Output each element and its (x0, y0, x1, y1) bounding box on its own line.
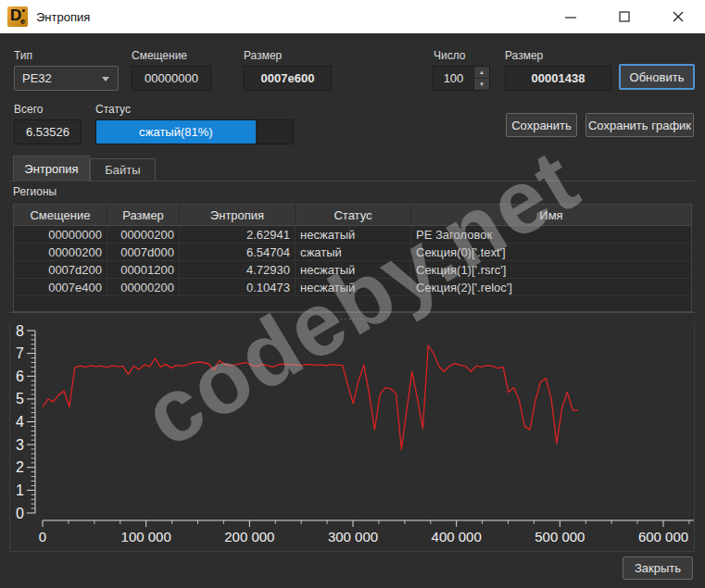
svg-text:2: 2 (16, 459, 24, 475)
maximize-button[interactable] (598, 0, 651, 33)
column-header[interactable]: Размер (107, 205, 180, 225)
offset-field[interactable] (132, 66, 211, 91)
table-cell: 00001200 (107, 261, 180, 278)
table-row[interactable]: 00000000000002002.62941несжатыйPE Заголо… (14, 226, 691, 244)
entropy-chart-box: 0123456780100 000200 000300 000400 00050… (9, 322, 695, 552)
type-label: Тип (14, 49, 32, 62)
table-row[interactable]: 0007e400000002000.10473несжатыйСекция(2)… (14, 279, 691, 296)
column-header[interactable]: Смещение (14, 205, 107, 225)
tab-bytes[interactable]: Байты (90, 158, 156, 181)
offset-label: Смещение (132, 49, 187, 62)
table-cell: 00000000 (14, 226, 107, 243)
table-cell: Секция(0)['.text'] (411, 244, 691, 260)
status-progress-fill: сжатый(81%) (96, 120, 256, 144)
column-header[interactable]: Энтропия (180, 205, 296, 225)
svg-text:3: 3 (16, 437, 24, 453)
table-cell: 0007d000 (107, 244, 180, 260)
table-cell: 6.54704 (180, 244, 296, 260)
svg-text:200 000: 200 000 (224, 529, 274, 544)
table-cell: несжатый (296, 279, 411, 295)
size2-label: Размер (505, 49, 543, 62)
save-graph-button[interactable]: Сохранить график (585, 113, 694, 137)
entropy-window: D e Энтропия Тип PE32 Смещение Размер Чи… (0, 0, 705, 588)
regions-table-header[interactable]: СмещениеРазмерЭнтропияСтатусИмя (14, 205, 691, 226)
app-icon-letter-small: e (20, 17, 25, 26)
table-cell: 0007e400 (14, 279, 107, 295)
count-spinner[interactable]: ▲ ▼ (433, 66, 490, 91)
table-cell: 00000200 (107, 279, 180, 295)
type-select[interactable]: PE32 (14, 66, 119, 91)
regions-group-title: Регионы (13, 185, 57, 198)
size2-field[interactable] (505, 66, 611, 91)
close-window-button[interactable] (651, 0, 705, 33)
table-cell: несжатый (296, 226, 411, 243)
table-cell: 00000200 (14, 244, 107, 260)
svg-text:300 000: 300 000 (328, 529, 378, 544)
count-label: Число (434, 49, 466, 62)
app-icon-dot (22, 9, 25, 12)
regions-table: СмещениеРазмерЭнтропияСтатусИмя 00000000… (13, 204, 692, 312)
spin-down-button[interactable]: ▼ (474, 79, 489, 90)
table-cell: 0.10473 (180, 279, 296, 295)
column-header[interactable]: Статус (296, 205, 411, 225)
tab-entropy[interactable]: Энтропия (13, 156, 90, 181)
table-cell: сжатый (296, 244, 411, 260)
regions-table-body: 00000000000002002.62941несжатыйPE Заголо… (14, 226, 691, 296)
splitter-handle[interactable]: ...... (0, 313, 705, 321)
close-icon (672, 10, 685, 23)
table-cell: Секция(2)['.reloc'] (411, 279, 691, 295)
svg-text:0: 0 (39, 529, 46, 544)
svg-text:4: 4 (16, 414, 24, 430)
minimize-icon (564, 10, 577, 23)
size-field[interactable] (244, 66, 332, 91)
count-input[interactable] (434, 67, 473, 90)
app-icon: D e (7, 6, 28, 27)
svg-text:8: 8 (16, 323, 24, 339)
table-row[interactable]: 000002000007d0006.54704сжатыйСекция(0)['… (14, 244, 691, 261)
table-cell: 2.62941 (180, 226, 296, 243)
table-row[interactable]: 0007d200000012004.72930несжатыйСекция(1)… (14, 261, 691, 279)
table-cell: Секция(1)['.rsrc'] (411, 261, 691, 278)
column-header[interactable]: Имя (411, 205, 691, 225)
table-cell: 00000200 (107, 226, 180, 243)
reload-button[interactable]: Обновить (619, 64, 695, 90)
minimize-button[interactable] (544, 0, 598, 33)
spin-up-button[interactable]: ▲ (474, 67, 489, 79)
window-title: Энтропия (36, 10, 90, 24)
status-progressbar: сжатый(81%) (95, 119, 294, 144)
table-cell: 0007d200 (14, 261, 107, 278)
chevron-down-icon (102, 77, 109, 81)
total-label: Всего (14, 103, 43, 116)
save-button[interactable]: Сохранить (506, 113, 577, 137)
spin-up-icon: ▲ (479, 69, 485, 75)
tab-pane-border (9, 181, 695, 181)
type-select-value: PE32 (22, 71, 52, 85)
svg-text:400 000: 400 000 (432, 529, 482, 544)
table-cell: 4.72930 (180, 261, 296, 278)
status-label: Статус (95, 103, 131, 116)
status-progress-text: сжатый(81%) (139, 125, 213, 139)
maximize-icon (618, 10, 631, 23)
spin-down-icon: ▼ (479, 81, 485, 87)
svg-text:500 000: 500 000 (535, 529, 585, 544)
svg-text:600 000: 600 000 (638, 529, 688, 544)
total-field[interactable] (14, 119, 82, 144)
svg-text:1: 1 (16, 482, 24, 498)
svg-text:6: 6 (16, 369, 24, 384)
table-cell: PE Заголовок (411, 226, 691, 243)
size-label: Размер (244, 49, 282, 62)
svg-text:7: 7 (16, 345, 24, 361)
titlebar: D e Энтропия (0, 0, 705, 33)
close-button[interactable]: Закрыть (623, 557, 693, 580)
table-cell: несжатый (296, 261, 411, 278)
entropy-chart: 0123456780100 000200 000300 000400 00050… (10, 322, 694, 550)
svg-text:0: 0 (16, 506, 24, 521)
svg-text:5: 5 (16, 391, 24, 407)
svg-text:100 000: 100 000 (121, 529, 171, 544)
